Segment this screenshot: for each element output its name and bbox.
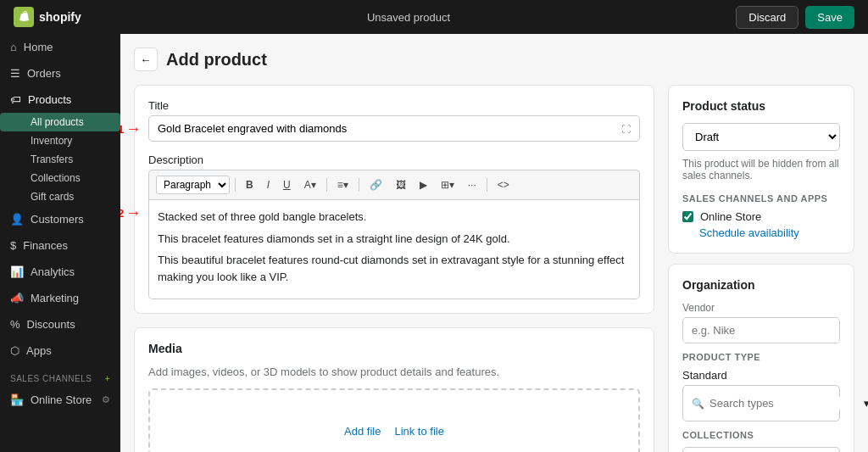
marketing-icon: 📣 bbox=[10, 292, 24, 304]
topbar-page-title: Unsaved product bbox=[367, 11, 450, 24]
align-button[interactable]: ≡▾ bbox=[332, 176, 353, 193]
underline-button[interactable]: U bbox=[278, 176, 296, 193]
main-layout: ⌂ Home ☰ Orders 🏷 Products All products … bbox=[0, 34, 868, 452]
bold-button[interactable]: B bbox=[241, 176, 259, 193]
paragraph-select[interactable]: Paragraph bbox=[156, 176, 230, 194]
finances-icon: $ bbox=[10, 239, 16, 252]
discard-button[interactable]: Discard bbox=[736, 6, 798, 29]
media-card: Media Add images, videos, or 3D models t… bbox=[134, 327, 654, 452]
more-button[interactable]: ··· bbox=[463, 176, 481, 193]
save-button[interactable]: Save bbox=[805, 6, 854, 29]
video-button[interactable]: ▶ bbox=[415, 176, 432, 193]
image-button[interactable]: 🖼 bbox=[391, 176, 411, 193]
topbar: shopify Unsaved product Discard Save bbox=[0, 0, 868, 34]
sidebar-item-discounts[interactable]: % Discounts bbox=[0, 311, 120, 338]
desc-line-3: This beautiful bracelet features round-c… bbox=[158, 252, 631, 285]
right-panel: Product status Draft Active This product… bbox=[668, 85, 854, 452]
online-store-label: Online Store bbox=[700, 210, 761, 223]
sidebar-item-finances[interactable]: $ Finances bbox=[0, 232, 120, 259]
description-label: Description bbox=[148, 153, 640, 166]
toolbar-divider-3 bbox=[359, 178, 359, 192]
status-select[interactable]: Draft Active bbox=[682, 123, 840, 151]
title-description-card: Title 1 → ⛶ bbox=[134, 85, 654, 314]
title-label: Title bbox=[148, 99, 640, 112]
media-dropzone[interactable]: Add file Link to file bbox=[148, 388, 640, 452]
description-toolbar: Paragraph B I U A▾ ≡▾ 🔗 🖼 bbox=[148, 170, 640, 199]
search-types-icon: 🔍 bbox=[692, 398, 704, 410]
sidebar-item-products[interactable]: 🏷 Products bbox=[0, 86, 120, 113]
sales-channels-apps-label: SALES CHANNELS AND APPS bbox=[682, 193, 840, 204]
product-type-wrapper: PRODUCT TYPE Standard 🔍 ▾ bbox=[682, 352, 840, 421]
sidebar-sub-gift-cards[interactable]: Gift cards bbox=[0, 187, 120, 206]
toolbar-divider-2 bbox=[326, 178, 327, 192]
annotation-2: 2 → bbox=[120, 204, 141, 222]
annotation-1: 1 → bbox=[120, 120, 141, 138]
sales-channels-label: SALES CHANNELS + bbox=[0, 364, 120, 387]
sidebar-item-analytics[interactable]: 📊 Analytics bbox=[0, 259, 120, 285]
vendor-input[interactable] bbox=[683, 318, 840, 343]
sidebar-label-customers: Customers bbox=[31, 213, 84, 226]
description-content-wrapper: 2 → Stacked set of three gold bangle bra… bbox=[148, 199, 640, 299]
title-input-row: 1 → ⛶ bbox=[148, 115, 640, 142]
search-types-input[interactable] bbox=[709, 397, 852, 410]
sidebar-sub-transfers[interactable]: Transfers bbox=[0, 150, 120, 169]
status-card: Product status Draft Active This product… bbox=[668, 85, 854, 254]
sidebar-label-finances: Finances bbox=[23, 239, 68, 252]
desc-line-2: This bracelet features diamonds set in a… bbox=[158, 231, 631, 248]
search-types-field: 🔍 ▾ bbox=[682, 385, 840, 421]
analytics-icon: 📊 bbox=[10, 265, 24, 278]
main-content: ← Add product Title 1 → bbox=[120, 34, 868, 452]
title-input[interactable] bbox=[158, 122, 621, 135]
table-button[interactable]: ⊞▾ bbox=[436, 176, 459, 193]
customers-icon: 👤 bbox=[10, 213, 24, 226]
link-button[interactable]: 🔗 bbox=[364, 176, 387, 193]
sidebar-sub-inventory[interactable]: Inventory bbox=[0, 131, 120, 150]
vendor-wrapper: Vendor ▾ bbox=[682, 302, 840, 343]
media-description: Add images, videos, or 3D models to show… bbox=[148, 366, 640, 378]
sidebar-item-marketing[interactable]: 📣 Marketing bbox=[0, 285, 120, 311]
search-types-select-button[interactable]: ▾ bbox=[857, 391, 868, 416]
shopify-logo: shopify bbox=[14, 7, 81, 27]
home-icon: ⌂ bbox=[10, 41, 17, 53]
toolbar-divider-4 bbox=[487, 178, 487, 192]
sidebar-item-home[interactable]: ⌂ Home bbox=[0, 34, 120, 60]
schedule-availability-link[interactable]: Schedule availability bbox=[682, 226, 840, 239]
collections-wrapper: COLLECTIONS 🔍 Add this product to a coll… bbox=[682, 430, 840, 452]
status-title: Product status bbox=[682, 99, 840, 113]
add-file-link[interactable]: Add file bbox=[344, 425, 381, 438]
title-input-container: ⛶ bbox=[148, 115, 640, 142]
italic-button[interactable]: I bbox=[262, 176, 275, 193]
product-type-label: PRODUCT TYPE bbox=[682, 352, 840, 362]
sidebar-label-products: Products bbox=[28, 93, 71, 106]
shopify-brand-text: shopify bbox=[39, 10, 81, 24]
sidebar-item-orders[interactable]: ☰ Orders bbox=[0, 60, 120, 86]
collections-label: COLLECTIONS bbox=[682, 430, 840, 440]
sidebar-sub-all-products[interactable]: All products bbox=[0, 113, 120, 131]
vendor-label: Vendor bbox=[682, 302, 840, 314]
link-to-file-link[interactable]: Link to file bbox=[394, 425, 444, 438]
shopify-icon bbox=[14, 7, 34, 27]
sidebar-item-customers[interactable]: 👤 Customers bbox=[0, 206, 120, 232]
online-store-icon: 🏪 bbox=[10, 393, 24, 406]
online-store-checkbox[interactable] bbox=[682, 211, 693, 222]
topbar-actions: Discard Save bbox=[736, 6, 854, 29]
back-arrow-icon: ← bbox=[140, 53, 151, 66]
sidebar-item-apps[interactable]: ⬡ Apps bbox=[0, 338, 120, 364]
vendor-field: ▾ bbox=[682, 317, 840, 343]
online-store-settings-icon[interactable]: ⚙ bbox=[102, 394, 110, 405]
sidebar-sub-collections[interactable]: Collections bbox=[0, 169, 120, 187]
organization-title: Organization bbox=[682, 278, 840, 292]
sidebar-item-online-store[interactable]: 🏪 Online Store ⚙ bbox=[0, 387, 120, 413]
media-title: Media bbox=[148, 342, 640, 355]
font-color-button[interactable]: A▾ bbox=[299, 176, 321, 193]
add-sales-channel-icon[interactable]: + bbox=[105, 374, 110, 383]
sidebar-label-home: Home bbox=[24, 41, 53, 53]
collections-search-field: 🔍 bbox=[682, 447, 840, 452]
sidebar-label-orders: Orders bbox=[27, 67, 61, 80]
back-button[interactable]: ← bbox=[134, 47, 158, 71]
sidebar: ⌂ Home ☰ Orders 🏷 Products All products … bbox=[0, 34, 120, 452]
code-button[interactable]: <> bbox=[492, 176, 515, 193]
status-note: This product will be hidden from all sal… bbox=[682, 158, 840, 181]
topbar-left: shopify bbox=[14, 7, 81, 27]
description-content[interactable]: Stacked set of three gold bangle bracele… bbox=[148, 199, 640, 299]
